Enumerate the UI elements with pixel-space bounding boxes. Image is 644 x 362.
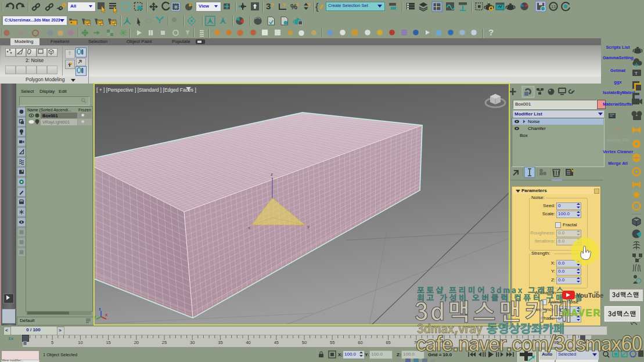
svg-text:50: 50 xyxy=(302,340,307,345)
svg-text:YouTube: YouTube xyxy=(576,292,603,299)
svg-text:45: 45 xyxy=(274,340,279,345)
svg-text:?: ? xyxy=(282,2,286,8)
svg-text:13: 13 xyxy=(551,5,556,9)
svg-text:?: ? xyxy=(296,1,299,8)
svg-text:NAVER: NAVER xyxy=(563,307,602,318)
svg-text:20: 20 xyxy=(134,340,139,345)
svg-text:KR: KR xyxy=(594,291,599,294)
svg-text:35: 35 xyxy=(218,340,222,345)
svg-text:?: ? xyxy=(488,27,494,37)
svg-text:15: 15 xyxy=(106,340,110,345)
svg-text:?: ? xyxy=(307,2,311,8)
svg-text:25: 25 xyxy=(162,340,167,345)
svg-text:5: 5 xyxy=(51,340,53,345)
svg-text:10: 10 xyxy=(78,340,82,345)
svg-text:?: ? xyxy=(271,2,274,8)
svg-text:40: 40 xyxy=(246,340,250,345)
svg-text:{: { xyxy=(315,1,319,12)
svg-text:T: T xyxy=(635,71,638,76)
svg-text:30: 30 xyxy=(190,340,195,345)
